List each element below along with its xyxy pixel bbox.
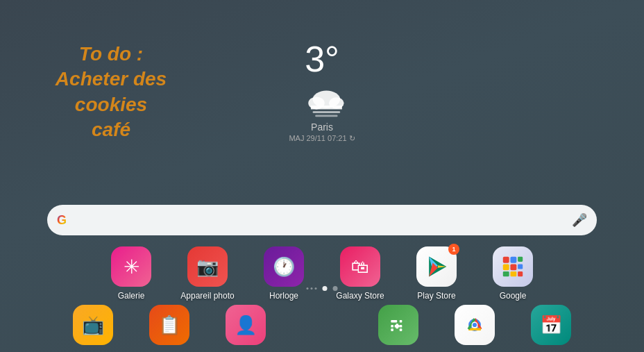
contacts-icon[interactable]: 👤 <box>226 305 266 345</box>
svg-rect-25 <box>400 328 402 331</box>
svg-rect-19 <box>391 320 397 323</box>
playstore-label: Play Store <box>417 291 455 301</box>
dock-item-calculator[interactable] <box>371 305 426 345</box>
todo-text: To do :Acheter descookiescafé <box>56 43 167 140</box>
dock-row: 📺 📋 👤 <box>65 305 579 345</box>
app-item-camera[interactable]: 📷 Appareil photo <box>180 246 235 301</box>
dock-item-empty <box>294 305 350 345</box>
camera-icon[interactable]: 📷 <box>187 246 228 287</box>
dot-line-1 <box>307 287 309 290</box>
page-dots <box>307 286 338 291</box>
page-dot-active[interactable] <box>323 286 328 291</box>
svg-rect-11 <box>510 257 516 263</box>
horloge-icon[interactable]: 🕐 <box>264 246 304 287</box>
weather-widget: 3° Paris MAJ 29/11 07:21 ↻ <box>289 38 355 143</box>
google-label: Google <box>500 291 527 301</box>
galaxy-icon[interactable]: 🛍 <box>340 246 380 287</box>
galaxy-label: Galaxy Store <box>336 291 384 301</box>
app-item-horloge[interactable]: 🕐 Horloge <box>256 246 312 301</box>
svg-rect-18 <box>518 271 523 276</box>
page-dot-inactive[interactable] <box>333 286 338 291</box>
google-icon[interactable] <box>493 246 533 287</box>
svg-rect-20 <box>400 320 402 323</box>
playstore-icon[interactable]: 1 <box>416 246 457 287</box>
app-item-playstore[interactable]: 1 Play Store <box>409 246 464 301</box>
weather-temp: 3° <box>289 38 355 80</box>
weather-update: MAJ 29/11 07:21 ↻ <box>289 134 355 143</box>
dot-line-2 <box>311 287 313 290</box>
svg-point-31 <box>473 323 477 327</box>
video-icon[interactable]: 📺 <box>73 305 113 345</box>
svg-rect-24 <box>400 325 402 328</box>
app-item-galaxy[interactable]: 🛍 Galaxy Store <box>332 246 388 301</box>
dock-item-video[interactable]: 📺 <box>65 305 121 345</box>
google-g-icon: G <box>57 213 67 228</box>
dock-item-notes[interactable]: 📋 <box>142 305 197 345</box>
search-bar[interactable]: G 🎤 <box>47 205 597 235</box>
microphone-icon[interactable]: 🎤 <box>572 212 587 228</box>
svg-rect-14 <box>510 264 516 270</box>
dock-item-contacts[interactable]: 👤 <box>218 305 273 345</box>
dock-item-calendar[interactable]: 📅 <box>523 305 579 345</box>
playstore-badge: 1 <box>448 244 459 255</box>
weather-city: Paris <box>289 121 355 133</box>
todo-widget: To do :Acheter descookiescafé <box>42 42 180 143</box>
svg-rect-4 <box>312 111 340 113</box>
app-item-galerie[interactable]: ✳ Galerie <box>103 246 159 301</box>
galerie-label: Galerie <box>118 291 145 301</box>
svg-rect-3 <box>310 106 341 109</box>
empty-slot <box>302 305 342 345</box>
svg-rect-17 <box>510 271 516 276</box>
dock-item-chrome[interactable] <box>447 305 502 345</box>
calculator-icon[interactable] <box>378 305 418 345</box>
chrome-icon[interactable] <box>455 305 495 345</box>
svg-rect-12 <box>518 257 523 262</box>
svg-rect-5 <box>315 115 337 117</box>
weather-icon <box>301 85 343 116</box>
notes-icon[interactable]: 📋 <box>149 305 189 345</box>
svg-rect-15 <box>518 264 523 269</box>
svg-rect-13 <box>503 264 509 270</box>
svg-rect-10 <box>503 257 509 263</box>
dot-lines <box>307 287 317 290</box>
app-grid: ✳ Galerie 📷 Appareil photo 🕐 Horloge 🛍 G… <box>103 246 541 301</box>
galerie-icon[interactable]: ✳ <box>111 246 151 287</box>
calendar-icon[interactable]: 📅 <box>531 305 571 345</box>
dot-line-3 <box>315 287 317 290</box>
camera-label: Appareil photo <box>180 291 234 301</box>
app-item-google[interactable]: Google <box>485 246 541 301</box>
svg-rect-21 <box>391 325 393 328</box>
horloge-label: Horloge <box>269 291 298 301</box>
svg-rect-23 <box>395 325 400 328</box>
svg-rect-26 <box>391 328 393 331</box>
svg-rect-16 <box>503 271 509 276</box>
